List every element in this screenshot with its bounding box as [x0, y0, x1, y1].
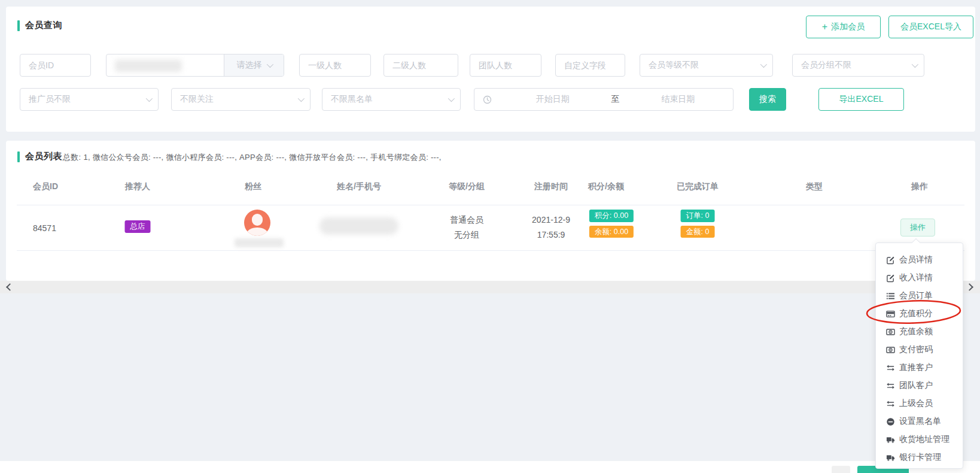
clock-icon	[483, 95, 492, 104]
balance-badge: 余额: 0.00	[589, 226, 634, 238]
list-icon	[886, 292, 895, 301]
member-stats-line: 总数: 1, 微信公众号会员: ---, 微信小程序会员: ---, APP会员…	[63, 152, 442, 163]
reg-time: 17:55:9	[532, 228, 570, 242]
ban-icon	[886, 417, 895, 426]
menu-item-payment-password[interactable]: 支付密码	[876, 341, 963, 359]
col-header-points-balance: 积分/余额	[588, 181, 624, 192]
chevron-down-icon	[760, 61, 767, 68]
query-section-header: 会员查询	[17, 20, 62, 31]
menu-item-shipping-address[interactable]: 收货地址管理	[876, 430, 963, 448]
member-id-input[interactable]	[20, 54, 90, 76]
export-excel-button[interactable]: 导出EXCEL	[818, 88, 904, 111]
menu-item-upline-member[interactable]: 上级会员	[876, 395, 963, 413]
keyword-compound-field: 请选择	[106, 54, 284, 77]
col-header-actions: 操作	[911, 181, 928, 192]
row-action-button[interactable]: 操作	[900, 219, 935, 236]
menu-item-recharge-balance[interactable]: 充值余额	[876, 323, 963, 341]
date-separator: 至	[608, 94, 623, 105]
level1-count-field-wrap	[299, 54, 371, 77]
edit-square-icon	[886, 274, 895, 283]
col-header-reg-time: 注册时间	[534, 181, 568, 192]
menu-item-direct-customers[interactable]: 直推客户	[876, 359, 963, 377]
points-badge: 积分: 0.00	[589, 210, 634, 222]
exchange-icon	[886, 381, 895, 390]
list-section-header: 会员列表	[17, 151, 62, 162]
nickname-redacted-blob	[235, 238, 284, 247]
menu-item-bank-cards[interactable]: 银行卡管理	[876, 448, 963, 466]
scroll-right-icon[interactable]	[966, 283, 973, 291]
date-end-placeholder[interactable]: 结束日期	[623, 94, 734, 105]
table-header-divider	[17, 205, 964, 205]
keyword-input-redacted[interactable]	[106, 54, 224, 76]
name-phone-redacted-blob	[319, 217, 398, 235]
member-id-field-wrap	[20, 54, 91, 77]
truck-icon	[886, 453, 895, 462]
pagination-prev-button[interactable]	[832, 466, 850, 473]
referrer-cell: 总店	[125, 220, 151, 233]
col-header-completed-orders: 已完成订单	[677, 181, 719, 192]
col-header-name-phone: 姓名/手机号	[337, 181, 381, 192]
custom-field-input[interactable]	[556, 54, 625, 76]
plus-icon: +	[822, 22, 827, 32]
orders-badge: 订单: 0	[681, 210, 715, 222]
amount-badge: 金额: 0	[681, 226, 715, 238]
row-action-dropdown-menu: 会员详情 收入详情 会员订单 充值积分 充值余额 支付密码	[875, 242, 963, 469]
credit-card-icon	[886, 310, 895, 319]
team-count-input[interactable]	[470, 54, 541, 76]
date-range-picker[interactable]: 开始日期 至 结束日期	[474, 88, 734, 111]
orders-cell: 订单: 0 金额: 0	[681, 210, 715, 238]
member-query-card: 会员查询 + 添加会员 会员EXCEL导入 请选择	[6, 7, 975, 132]
accent-bar	[17, 151, 20, 162]
follow-status-select[interactable]: 不限关注	[171, 88, 311, 111]
member-id-value: 84571	[33, 223, 56, 233]
avatar[interactable]	[244, 210, 270, 236]
chevron-down-icon	[912, 61, 918, 68]
add-member-button[interactable]: + 添加会员	[806, 16, 881, 38]
exchange-icon	[886, 399, 895, 408]
level-group-cell: 普通会员 无分组	[450, 213, 483, 242]
col-header-member-id: 会员ID	[33, 181, 58, 192]
col-header-fans: 粉丝	[245, 181, 261, 192]
member-group: 无分组	[450, 228, 483, 242]
money-icon	[886, 345, 895, 354]
menu-item-team-customers[interactable]: 团队客户	[876, 377, 963, 395]
col-header-level-group: 等级/分组	[449, 181, 485, 192]
custom-field-wrap	[555, 54, 625, 77]
query-section-title: 会员查询	[25, 20, 62, 31]
horizontal-scroll-strip[interactable]	[0, 281, 980, 293]
menu-item-recharge-points[interactable]: 充值积分	[876, 305, 963, 323]
level1-count-input[interactable]	[300, 54, 370, 76]
reg-time-cell: 2021-12-9 17:55:9	[532, 213, 570, 242]
edit-square-icon	[886, 256, 895, 265]
truck-icon	[886, 435, 895, 444]
points-balance-cell: 积分: 0.00 余额: 0.00	[589, 210, 634, 238]
reg-date: 2021-12-9	[532, 213, 570, 228]
menu-item-income-detail[interactable]: 收入详情	[876, 269, 963, 287]
exchange-icon	[886, 363, 895, 372]
scroll-left-icon[interactable]	[6, 283, 14, 291]
level2-count-input[interactable]	[384, 54, 458, 76]
excel-import-button[interactable]: 会员EXCEL导入	[888, 16, 973, 38]
member-level: 普通会员	[450, 213, 483, 228]
member-group-select[interactable]: 会员分组不限	[792, 54, 924, 77]
accent-bar	[17, 20, 20, 31]
referrer-badge: 总店	[125, 220, 151, 233]
menu-item-member-detail[interactable]: 会员详情	[876, 251, 963, 269]
date-start-placeholder[interactable]: 开始日期	[498, 94, 608, 105]
menu-item-set-blacklist[interactable]: 设置黑名单	[876, 413, 963, 430]
pagination-bar	[0, 461, 980, 473]
promoter-select[interactable]: 推广员不限	[20, 88, 159, 111]
table-row-divider	[17, 250, 964, 251]
chevron-down-icon	[146, 95, 153, 102]
menu-item-member-orders[interactable]: 会员订单	[876, 287, 963, 305]
keyword-type-select[interactable]: 请选择	[224, 54, 284, 76]
level2-count-field-wrap	[384, 54, 458, 77]
blacklist-select[interactable]: 不限黑名单	[322, 88, 461, 111]
member-level-select[interactable]: 会员等级不限	[640, 54, 773, 77]
search-button[interactable]: 搜索	[749, 88, 786, 111]
member-list-card: 会员列表 总数: 1, 微信公众号会员: ---, 微信小程序会员: ---, …	[6, 141, 975, 281]
chevron-down-icon	[266, 61, 273, 68]
chevron-down-icon	[298, 95, 305, 102]
redacted-text-blob	[115, 60, 182, 72]
col-header-referrer: 推荐人	[125, 181, 150, 192]
